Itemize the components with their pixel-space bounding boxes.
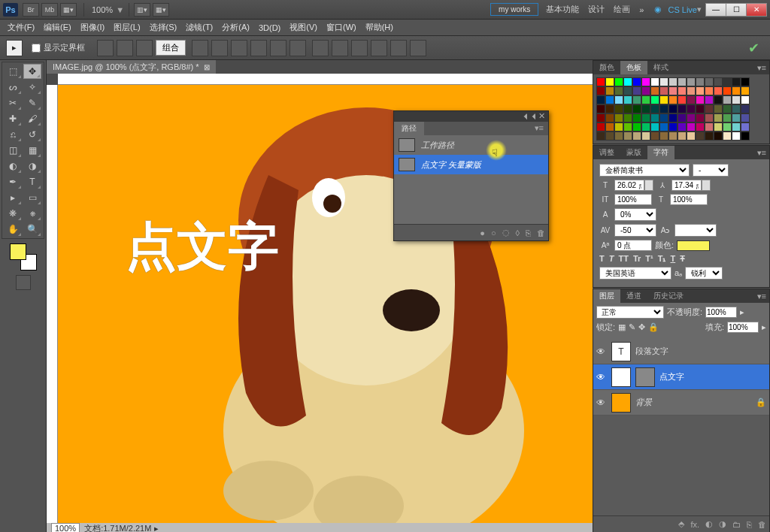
swatch[interactable]: [696, 131, 705, 141]
swatch[interactable]: [714, 86, 723, 95]
baseline-input[interactable]: [614, 240, 652, 251]
swatch[interactable]: [668, 77, 678, 86]
swatch[interactable]: [723, 113, 732, 122]
make-path-icon[interactable]: ◊: [516, 228, 520, 237]
swatch[interactable]: [732, 77, 741, 86]
swatch[interactable]: [659, 131, 668, 141]
swatch[interactable]: [741, 86, 750, 95]
swatch[interactable]: [623, 131, 632, 141]
tool-preset[interactable]: ▸: [6, 40, 23, 56]
swatch[interactable]: [632, 122, 641, 131]
swatch[interactable]: [705, 104, 714, 113]
swatch[interactable]: [596, 77, 605, 86]
swatch[interactable]: [623, 77, 632, 86]
swatch[interactable]: [668, 113, 678, 122]
close-panel-icon[interactable]: ✕: [538, 111, 545, 122]
swatch[interactable]: [678, 104, 687, 113]
swatches-menu-icon[interactable]: ▾≡: [754, 63, 769, 73]
swatch[interactable]: [687, 77, 696, 86]
workspace-myworks[interactable]: my works: [490, 3, 538, 16]
swatch[interactable]: [696, 122, 705, 131]
menu-select[interactable]: 选择(S): [145, 20, 182, 35]
swatch[interactable]: [650, 122, 659, 131]
adjustment-icon[interactable]: ◑: [719, 519, 726, 529]
underline-button[interactable]: T: [670, 254, 675, 264]
swatch[interactable]: [705, 77, 714, 86]
swatch[interactable]: [732, 113, 741, 122]
stamp-tool[interactable]: ⎌: [4, 127, 22, 142]
swatch[interactable]: [696, 104, 705, 113]
swatch[interactable]: [678, 122, 687, 131]
tracking-pct-input[interactable]: 0%: [614, 208, 656, 221]
swatch[interactable]: [641, 95, 650, 104]
paths-menu-icon[interactable]: ▾≡: [530, 122, 548, 135]
swatch[interactable]: [605, 122, 614, 131]
lock-all-icon[interactable]: 🔒: [648, 322, 659, 332]
swatch[interactable]: [705, 95, 714, 104]
workspace-painting[interactable]: 绘画: [614, 4, 630, 15]
lock-move-icon[interactable]: ✥: [638, 322, 645, 332]
crop-tool[interactable]: ✂: [4, 95, 22, 110]
swatch[interactable]: [650, 104, 659, 113]
tab-channels[interactable]: 通道: [620, 289, 647, 303]
blur-tool[interactable]: ◐: [4, 159, 22, 174]
delete-layer-icon[interactable]: 🗑: [758, 520, 766, 529]
swatch[interactable]: [678, 131, 687, 141]
tab-mask[interactable]: 蒙版: [620, 146, 647, 159]
swatch[interactable]: [623, 113, 632, 122]
dist-4[interactable]: [371, 40, 387, 56]
swatch[interactable]: [732, 95, 741, 104]
swatch[interactable]: [641, 113, 650, 122]
dodge-tool[interactable]: ◑: [23, 159, 41, 174]
tab-color[interactable]: 颜色: [593, 61, 620, 74]
canvas-text-layer[interactable]: 点文字: [126, 213, 279, 281]
char-menu-icon[interactable]: ▾≡: [754, 148, 769, 158]
path-item-work[interactable]: 工作路径: [394, 135, 548, 155]
swatch[interactable]: [714, 122, 723, 131]
menu-analyze[interactable]: 分析(A): [217, 20, 254, 35]
document-tab[interactable]: IMAGE.jpg @ 100% (点文字, RGB/8#) *⊠: [47, 60, 216, 74]
color-swatches[interactable]: [10, 243, 37, 271]
opacity-input[interactable]: [705, 307, 737, 318]
swatch[interactable]: [696, 77, 705, 86]
layer-item-paragraph[interactable]: 👁 T 段落文字: [593, 339, 769, 364]
group-icon[interactable]: 🗀: [732, 520, 741, 529]
swatch[interactable]: [668, 122, 678, 131]
menu-file[interactable]: 文件(F): [3, 20, 39, 35]
swatch[interactable]: [623, 104, 632, 113]
swatch[interactable]: [732, 104, 741, 113]
align-right[interactable]: [290, 40, 306, 56]
swatch[interactable]: [614, 122, 623, 131]
group-button[interactable]: 组合: [156, 40, 186, 56]
swatch[interactable]: [632, 113, 641, 122]
superscript-button[interactable]: T¹: [645, 254, 653, 264]
swatch[interactable]: [605, 77, 614, 86]
align-bottom[interactable]: [231, 40, 247, 56]
swatch[interactable]: [596, 104, 605, 113]
swatch[interactable]: [614, 104, 623, 113]
align-btn-2[interactable]: [117, 40, 133, 56]
swatch[interactable]: [723, 86, 732, 95]
vscale-input[interactable]: [614, 194, 652, 205]
dist-3[interactable]: [351, 40, 368, 56]
swatch[interactable]: [641, 104, 650, 113]
collapse-icon[interactable]: ⏴⏴: [522, 111, 538, 122]
swatch[interactable]: [714, 104, 723, 113]
tab-swatches[interactable]: 色板: [620, 61, 647, 74]
layers-menu-icon[interactable]: ▾≡: [754, 292, 769, 301]
swatch[interactable]: [723, 77, 732, 86]
swatch[interactable]: [678, 77, 687, 86]
swatch[interactable]: [696, 95, 705, 104]
path-select-tool[interactable]: ▸: [4, 190, 22, 205]
foreground-color[interactable]: [10, 243, 26, 260]
quickmask-button[interactable]: [16, 275, 31, 290]
tab-history[interactable]: 历史记录: [647, 289, 690, 303]
swatch[interactable]: [668, 131, 678, 141]
menu-filter[interactable]: 滤镜(T): [181, 20, 217, 35]
swatch[interactable]: [687, 104, 696, 113]
menu-image[interactable]: 图像(I): [76, 20, 109, 35]
swatch[interactable]: [659, 86, 668, 95]
dist-6[interactable]: [410, 40, 426, 56]
minibridge-button[interactable]: Mb: [41, 3, 58, 17]
dist-5[interactable]: [390, 40, 407, 56]
